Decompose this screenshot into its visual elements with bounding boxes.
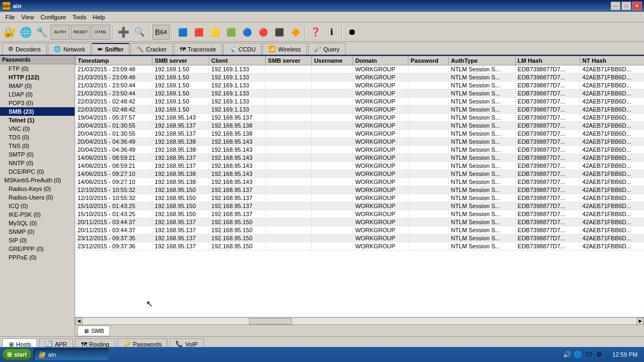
table-row[interactable]: 22/03/2015 - 02:48:42192.169.1.50192.169… xyxy=(76,106,645,114)
toolbar-icon-9[interactable]: 🟨 xyxy=(207,25,222,40)
tray-icon-4[interactable]: ⚙ xyxy=(595,350,604,359)
menu-tools[interactable]: Tools xyxy=(69,13,90,21)
toolbar-icon-5[interactable]: 🔍 xyxy=(132,25,147,40)
toolbar-icon-1[interactable]: 🔐 xyxy=(2,25,17,40)
sidebar-item-dcerpc[interactable]: DCE/RPC (0) xyxy=(0,167,75,176)
table-row[interactable]: 20/04/2015 - 01:30:55192.168.95.137192.1… xyxy=(76,130,645,138)
toolbar-html-icon[interactable]: HTML xyxy=(91,25,111,40)
table-row[interactable]: 20/11/2015 - 03:44:37192.168.95.137192.1… xyxy=(76,226,645,234)
table-row[interactable]: 21/03/2015 - 23:09:48192.169.1.50192.169… xyxy=(76,65,645,73)
sidebar-item-snmp[interactable]: SNMP (0) xyxy=(0,227,75,236)
data-table-container[interactable]: Timestamp SMB server Client SMB server U… xyxy=(75,56,644,317)
toolbar-info-icon[interactable]: ℹ xyxy=(324,25,339,40)
table-row[interactable]: 14/06/2015 - 08:59:21192.168.95.137192.1… xyxy=(76,154,645,162)
table-row[interactable]: 19/04/2015 - 05:37:57192.168.95.143192.1… xyxy=(76,114,645,122)
col-authtype[interactable]: AuthType xyxy=(449,56,515,65)
toolbar-icon-2[interactable]: 🌐 xyxy=(18,25,33,40)
sidebar-item-radius-users[interactable]: Radius-Users (0) xyxy=(0,193,75,202)
toolbar-add-icon[interactable]: ➕ xyxy=(116,25,131,40)
tab-wireless[interactable]: 📶 Wireless xyxy=(262,43,306,55)
col-timestamp[interactable]: Timestamp xyxy=(76,56,152,65)
sidebar-item-mysql[interactable]: MySQL (0) xyxy=(0,219,75,227)
table-row[interactable]: 21/03/2015 - 23:50:44192.169.1.50192.169… xyxy=(76,90,645,98)
toolbar-help-icon[interactable]: ❓ xyxy=(308,25,323,40)
col-nt-hash[interactable]: NT Hash xyxy=(580,56,644,65)
sidebar-item-ike-psk[interactable]: IKE-PSK (0) xyxy=(0,210,75,219)
sidebar-item-vnc[interactable]: VNC (0) xyxy=(0,124,75,133)
table-row[interactable]: 12/10/2015 - 10:55:32192.168.95.150192.1… xyxy=(76,186,645,194)
sidebar-item-pppoe[interactable]: PPPoE (0) xyxy=(0,253,75,262)
tab-cracker[interactable]: 🔨 Cracker xyxy=(130,43,173,55)
col-username[interactable]: Username xyxy=(312,56,353,65)
toolbar-icon-14[interactable]: 🔶 xyxy=(288,25,303,40)
sidebar-item-tns[interactable]: TNS (0) xyxy=(0,142,75,150)
close-button[interactable]: ✕ xyxy=(632,2,642,10)
toolbar-icon-7[interactable]: 🟦 xyxy=(175,25,190,40)
table-row[interactable]: 23/12/2015 - 09:37:36192.168.95.137192.1… xyxy=(76,242,645,250)
menu-file[interactable]: File xyxy=(2,13,18,21)
toolbar-icon-11[interactable]: 🔵 xyxy=(239,25,254,40)
col-lm-hash[interactable]: LM Hash xyxy=(515,56,580,65)
toolbar-reset-icon[interactable]: RESET xyxy=(71,25,90,40)
sidebar-item-smtp[interactable]: SMTP (0) xyxy=(0,150,75,159)
sidebar-item-http[interactable]: HTTP (122) xyxy=(0,73,75,82)
sidebar-item-gre[interactable]: GRE/PPP (0) xyxy=(0,245,75,253)
table-row[interactable]: 15/10/2015 - 01:43:25192.168.95.150192.1… xyxy=(76,210,645,218)
toolbar-icon-6[interactable]: B64 xyxy=(152,25,170,40)
table-row[interactable]: 23/12/2015 - 09:37:35192.168.95.137192.1… xyxy=(76,234,645,242)
sidebar-item-tds[interactable]: TDS (0) xyxy=(0,133,75,142)
maximize-button[interactable]: □ xyxy=(621,2,631,10)
sidebar-item-sip[interactable]: SIP (0) xyxy=(0,236,75,245)
minimize-button[interactable]: — xyxy=(611,2,620,10)
sidebar-item-radius-keys[interactable]: Radius-Keys (0) xyxy=(0,184,75,193)
table-row[interactable]: 21/03/2015 - 23:09:48192.169.1.50192.169… xyxy=(76,73,645,82)
sidebar-item-icq[interactable]: ICQ (0) xyxy=(0,202,75,210)
toolbar-icon-8[interactable]: 🟥 xyxy=(191,25,206,40)
toolbar-icon-12[interactable]: 🔴 xyxy=(255,25,270,40)
table-row[interactable]: 22/03/2015 - 02:48:42192.169.1.50192.169… xyxy=(76,98,645,106)
table-row[interactable]: 20/04/2015 - 01:30:55192.168.95.137192.1… xyxy=(76,122,645,130)
sidebar-item-ftp[interactable]: FTP (0) xyxy=(0,64,75,73)
toolbar-icon-3[interactable]: 🔧 xyxy=(34,25,49,40)
tab-network[interactable]: 🌐 Network xyxy=(48,43,91,55)
tab-decoders[interactable]: ⚙ Decoders xyxy=(2,43,47,55)
table-row[interactable]: 15/10/2015 - 01:43:25192.168.95.150192.1… xyxy=(76,202,645,210)
toolbar-auth-icon[interactable]: AUTH xyxy=(50,25,70,40)
tab-query[interactable]: 🔎 Query xyxy=(308,43,346,55)
menu-help[interactable]: Help xyxy=(90,13,108,21)
scroll-thumb[interactable] xyxy=(249,318,292,324)
sidebar-item-nntp[interactable]: NNTP (0) xyxy=(0,159,75,167)
toolbar-icon-13[interactable]: ⬛ xyxy=(272,25,287,40)
scroll-right-arrow[interactable]: ▶ xyxy=(636,317,644,325)
sidebar-item-pop3[interactable]: POP3 (0) xyxy=(0,99,75,107)
toolbar-icon-10[interactable]: 🟩 xyxy=(223,25,238,40)
table-row[interactable]: 21/03/2015 - 23:50:44192.169.1.50192.169… xyxy=(76,82,645,90)
sidebar-item-mskerb5[interactable]: MSKerb5-PreAuth (0) xyxy=(0,176,75,184)
horizontal-scrollbar[interactable]: ◀ ▶ xyxy=(75,317,644,324)
table-row[interactable]: 12/10/2015 - 10:55:32192.168.95.150192.1… xyxy=(76,194,645,202)
taskbar-ain-program[interactable]: 🔐 ain xyxy=(34,349,109,360)
tab-sniffer[interactable]: ✏ Sniffer xyxy=(92,43,129,55)
col-smb-server2[interactable]: SMB server xyxy=(266,56,312,65)
start-button[interactable]: ⊞ start xyxy=(2,349,32,360)
table-row[interactable]: 20/11/2015 - 03:44:37192.168.95.137192.1… xyxy=(76,218,645,226)
tray-icon-2[interactable]: 🌐 xyxy=(574,350,582,359)
col-client[interactable]: Client xyxy=(209,56,265,65)
sidebar-item-imap[interactable]: IMAP (0) xyxy=(0,82,75,90)
sidebar-item-ldap[interactable]: LDAP (0) xyxy=(0,90,75,99)
table-row[interactable]: 14/06/2015 - 09:27:10192.168.95.138192.1… xyxy=(76,170,645,178)
menu-configure[interactable]: Configure xyxy=(37,13,69,21)
scroll-track[interactable] xyxy=(83,318,636,324)
table-row[interactable]: 20/04/2015 - 04:36:49192.168.95.138192.1… xyxy=(76,146,645,154)
col-password[interactable]: Password xyxy=(408,56,449,65)
col-smb-server[interactable]: SMB server xyxy=(152,56,209,65)
tray-icon-1[interactable]: 🔊 xyxy=(563,350,572,359)
table-row[interactable]: 14/06/2015 - 09:27:10192.168.95.138192.1… xyxy=(76,178,645,186)
tray-icon-3[interactable]: 🛡 xyxy=(584,350,593,359)
table-row[interactable]: 14/06/2015 - 08:59:21192.168.95.137192.1… xyxy=(76,162,645,170)
menu-view[interactable]: View xyxy=(18,13,38,21)
tab-ccdu[interactable]: 📡 CCDU xyxy=(223,43,262,55)
scroll-left-arrow[interactable]: ◀ xyxy=(75,317,83,325)
col-domain[interactable]: Domain xyxy=(353,56,408,65)
toolbar-capture-icon[interactable]: ⏺ xyxy=(345,25,360,40)
